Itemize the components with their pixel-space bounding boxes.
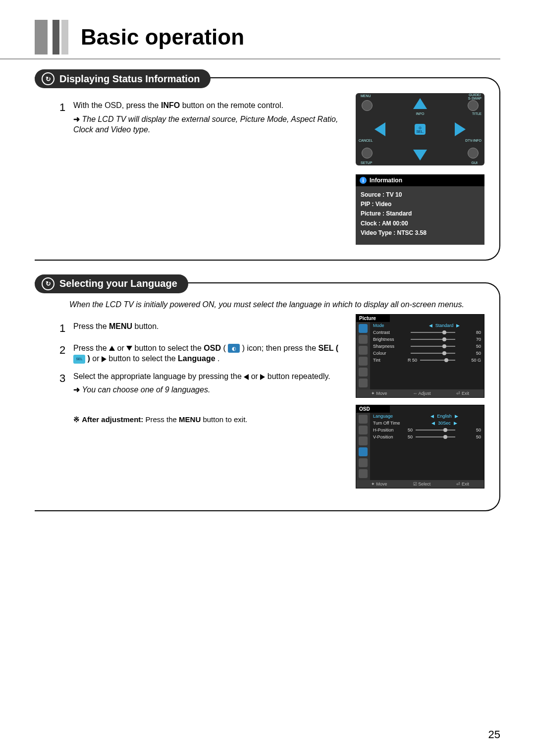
- osd-sidebar-icon: [359, 458, 368, 467]
- remote-menu-button: [362, 100, 373, 111]
- step-text: .: [217, 354, 219, 363]
- remote-dtv-button: [468, 148, 479, 159]
- info-icon: i: [360, 177, 367, 184]
- osd-row-center: ◀30Sec▶: [408, 421, 481, 426]
- step-text: Select the appropriate language by press…: [73, 372, 244, 380]
- step-text: With the OSD, press the: [73, 101, 161, 109]
- after-text: Press the: [146, 415, 179, 424]
- step-text: ) icon; then press the: [242, 344, 319, 352]
- osd-slider: [411, 332, 455, 333]
- osd-row-name: Brightness: [373, 337, 408, 342]
- osd-slider: [411, 353, 455, 354]
- remote-right-icon: [455, 122, 466, 136]
- step-keyword: Language: [178, 354, 215, 363]
- osd-row: V-Position5050: [370, 433, 484, 440]
- section-heading-text: Selecting your Language: [59, 278, 177, 289]
- remote-label-dtv: DTV-INFO: [465, 139, 482, 142]
- step-text: or: [117, 344, 126, 352]
- osd-hint: ✦ Move: [371, 482, 387, 486]
- after-label: After adjustment:: [82, 415, 143, 424]
- step-text: button to select the: [108, 354, 178, 363]
- after-adjustment-note: ※ After adjustment: Press the MENU butto…: [73, 415, 346, 424]
- osd-language-screenshot: OSD Language◀English▶Turn Off Time◀30Sec…: [356, 405, 484, 488]
- after-text: button to exit.: [203, 415, 247, 424]
- remote-left-icon: [374, 122, 385, 136]
- step-text: button on the remote control.: [182, 101, 284, 109]
- osd-row-value: 70: [458, 337, 481, 342]
- osd-title: OSD: [356, 405, 390, 413]
- page-number: 25: [488, 728, 500, 741]
- remote-sel-button: ◎SEL.: [415, 124, 426, 135]
- osd-row-name: Sharpness: [373, 344, 408, 349]
- remote-label-cancel: CANCEL: [359, 139, 373, 142]
- info-line: Video Type : NTSC 3.58: [361, 228, 480, 238]
- step-number: 3: [59, 371, 73, 395]
- osd-row-prefix: R 50: [408, 358, 417, 363]
- osd-row: Language◀English▶: [370, 413, 484, 420]
- step-keyword: SEL (: [318, 344, 338, 352]
- osd-row-name: Colour: [373, 351, 408, 356]
- step-note: You can choose one of 9 languages.: [73, 384, 346, 395]
- osd-row-name: Mode: [373, 323, 408, 328]
- osd-row-value: 50: [458, 344, 481, 349]
- triangle-right-icon: [260, 374, 265, 380]
- osd-row-name: Contrast: [373, 330, 408, 335]
- step-1: 1 With the OSD, press the INFO button on…: [59, 100, 346, 135]
- remote-up-icon: [413, 98, 427, 109]
- step-text: button repeatedly.: [268, 372, 330, 380]
- osd-row-value: 50: [458, 428, 481, 432]
- osd-sidebar-icon: [359, 368, 368, 377]
- osd-row-value: 50 G: [458, 358, 481, 363]
- after-keyword: MENU: [179, 415, 201, 424]
- osd-row-name: Turn Off Time: [373, 421, 408, 426]
- osd-row: Colour50: [370, 350, 484, 357]
- remote-label-guide: GUIDE/ S-SWAP: [468, 93, 482, 100]
- header-underline: [0, 58, 500, 59]
- osd-sidebar: [356, 322, 370, 389]
- osd-title: Picture: [356, 315, 390, 322]
- step-text: Press the: [73, 344, 109, 352]
- osd-sidebar-icon: [359, 357, 368, 366]
- osd-sidebar-icon: [359, 335, 368, 344]
- step-text: button to select the: [135, 344, 204, 352]
- osd-hint: ↔ Adjust: [413, 391, 430, 396]
- section-heading-text: Displaying Status Information: [59, 73, 200, 85]
- info-line: Clock : AM 00:00: [361, 219, 480, 228]
- triangle-left-icon: [244, 374, 249, 380]
- osd-sidebar-icon: [359, 415, 368, 424]
- remote-control-illustration: MENU GUIDE/ S-SWAP INFO TITLE CANCEL DTV…: [356, 93, 484, 165]
- cycle-icon: ↻: [42, 72, 54, 85]
- osd-hint: ☑ Select: [413, 482, 431, 486]
- osd-hint: ✦ Move: [371, 391, 387, 396]
- osd-slider: [416, 436, 455, 437]
- osd-slider: [420, 360, 455, 361]
- osd-slider: [411, 339, 455, 340]
- step-note: The LCD TV will display the external sou…: [73, 114, 346, 135]
- sel-inline-icon: SEL: [73, 355, 85, 364]
- osd-sidebar-icon: [359, 436, 368, 445]
- page-header: Basic operation: [35, 20, 500, 54]
- osd-row: Mode◀Standard▶: [370, 322, 484, 329]
- info-line: Source : TV 10: [361, 190, 480, 200]
- page-title: Basic operation: [81, 25, 244, 50]
- osd-sidebar-icon: [359, 378, 368, 387]
- triangle-up-icon: [109, 346, 115, 351]
- section-heading: ↻ Selecting your Language: [35, 274, 188, 293]
- section-selecting-language: ↻ Selecting your Language When the LCD T…: [35, 274, 500, 511]
- step-3: 3 Select the appropriate language by pre…: [59, 371, 346, 395]
- osd-row-value: 50: [458, 434, 481, 439]
- osd-hint: ⏎ Exit: [456, 482, 469, 486]
- osd-sidebar-icon: [359, 324, 368, 333]
- osd-row-center: ◀English▶: [408, 414, 481, 419]
- osd-row-name: Tint: [373, 358, 408, 363]
- osd-row-value: 80: [458, 330, 481, 335]
- step-1: 1 Press the MENU button.: [59, 321, 346, 336]
- osd-row: H-Position5050: [370, 427, 484, 433]
- remote-down-icon: [413, 150, 427, 161]
- cycle-icon: ↻: [42, 277, 54, 290]
- info-line: Picture : Standard: [361, 209, 480, 218]
- osd-row-prefix: 50: [408, 428, 413, 432]
- reference-mark-icon: ※: [73, 415, 80, 424]
- osd-row-name: Language: [373, 414, 408, 419]
- osd-row-center: ◀Standard▶: [408, 323, 481, 328]
